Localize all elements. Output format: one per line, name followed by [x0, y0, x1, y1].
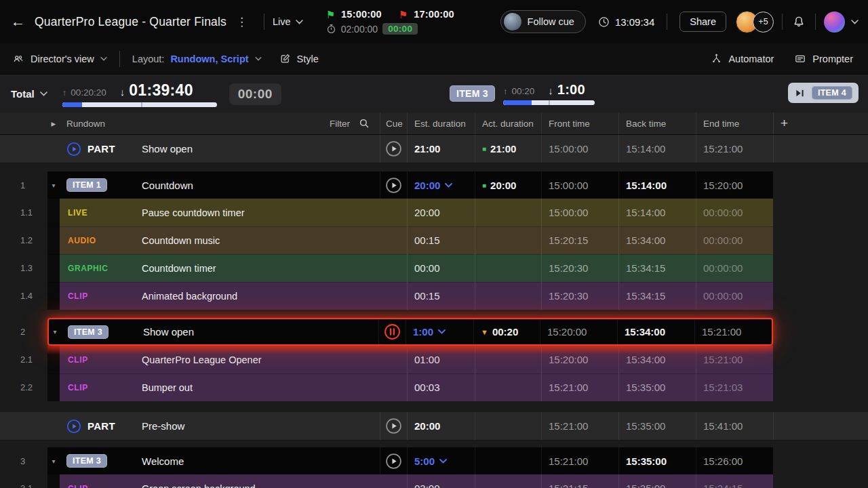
divider: [667, 14, 667, 30]
row-title[interactable]: Countdown timer: [136, 254, 380, 282]
expand-chevron-icon[interactable]: ▾: [49, 319, 61, 344]
row-title[interactable]: Countdown: [136, 171, 380, 199]
table-row-cue[interactable]: 1.3 GRAPHIC Countdown timer 00:00 15:20:…: [0, 254, 868, 282]
back-time-cell: 15:35:00: [618, 447, 696, 474]
next-item-badge: ITEM 4: [812, 86, 852, 100]
row-title[interactable]: Green screen background: [136, 474, 380, 488]
cue-type-tag: CLIP: [60, 346, 136, 373]
style-button[interactable]: Style: [279, 53, 319, 64]
part-play-icon[interactable]: [66, 419, 81, 434]
chevron-down-icon: [100, 57, 107, 61]
table-row-cue[interactable]: 1.1 LIVE Pause countdown timer 20:00 15:…: [0, 199, 868, 226]
item-badge: ITEM 3: [68, 325, 108, 339]
down-arrow-icon: ↓: [548, 85, 553, 96]
table-row-item-active[interactable]: 2 ▾ ITEM 3 Show open 1:00 ▼00:20 15:20:0…: [0, 318, 868, 346]
row-title[interactable]: Show open: [137, 319, 378, 344]
row-title[interactable]: Bumper out: [136, 373, 380, 401]
act-duration-cell: ▼00:20: [473, 319, 540, 344]
add-column-button[interactable]: +: [773, 113, 868, 134]
est-duration-dropdown[interactable]: 1:00: [406, 319, 473, 344]
search-icon[interactable]: [358, 117, 370, 129]
cue-play-button[interactable]: [385, 140, 402, 157]
live-mode-dropdown[interactable]: Live: [273, 16, 303, 27]
toolbar: Director's view Layout: Rundown, Script …: [0, 43, 868, 75]
table-row-part[interactable]: PART Show open 21:00 ■21:00 15:00:00 15:…: [0, 135, 868, 163]
prompter-button[interactable]: Prompter: [794, 53, 853, 65]
end-time-cell: 15:21:03: [696, 373, 773, 401]
row-title[interactable]: Countdown music: [136, 226, 380, 254]
overtime-badge: 00:00: [382, 23, 418, 35]
table-row-cue[interactable]: 1.2 AUDIO Countdown music 00:15 15:20:15…: [0, 226, 868, 254]
expand-chevron-icon[interactable]: ▾: [47, 447, 60, 474]
chevron-down-icon: [851, 20, 859, 24]
item-badge: ITEM 3: [66, 454, 107, 468]
table-row-part[interactable]: PART Pre-show 20:00 15:21:00 15:35:00 15…: [0, 412, 868, 441]
layout-label: Layout:: [132, 54, 165, 64]
page-title: QuarterPro League - Quarter Finals: [35, 15, 226, 29]
more-menu-icon[interactable]: ⋮: [236, 15, 248, 29]
back-time-cell: 15:14:00: [618, 199, 696, 226]
act-duration-cell: ■21:00: [475, 135, 541, 163]
row-title[interactable]: Pre-show: [136, 412, 380, 440]
table-row-item[interactable]: 1 ▾ ITEM 1 Countdown 20:00 ■20:00 15:00:…: [0, 171, 868, 199]
table-row-cue[interactable]: 2.2 CLIP Bumper out 00:03 15:21:00 15:35…: [0, 373, 868, 401]
layout-selector[interactable]: Layout: Rundown, Script: [132, 54, 262, 64]
row-title[interactable]: Pause countdown timer: [136, 199, 380, 226]
automator-label: Automator: [728, 54, 774, 64]
est-duration-dropdown[interactable]: 5:00: [407, 447, 475, 474]
current-item-badge[interactable]: ITEM 3: [450, 85, 495, 102]
current-time: 13:09:34: [615, 16, 654, 28]
automator-button[interactable]: Automator: [711, 53, 774, 64]
view-selector[interactable]: Director's view: [12, 53, 107, 65]
est-duration-cell: 20:00: [407, 412, 475, 440]
front-time-cell: 15:21:00: [541, 412, 618, 440]
notifications-button[interactable]: [791, 15, 807, 28]
account-menu[interactable]: [824, 12, 859, 33]
end-time-cell: 15:41:00: [696, 412, 773, 440]
collaborator-avatars[interactable]: +5: [736, 11, 774, 33]
act-duration-cell: [475, 447, 541, 474]
filter-control[interactable]: Filter: [136, 113, 380, 134]
table-row-item[interactable]: 3 ▾ ITEM 3 Welcome 5:00 15:21:00 15:35:0…: [0, 447, 868, 474]
table-row-cue[interactable]: 1.4 CLIP Animated background 00:15 15:20…: [0, 282, 868, 310]
item-remaining: 1:00: [557, 82, 585, 98]
act-duration-cell: [475, 412, 541, 440]
row-title[interactable]: Show open: [136, 135, 380, 163]
share-button[interactable]: Share: [679, 12, 726, 32]
table-row-cue[interactable]: 2.1 CLIP QuarterPro League Opener 01:00 …: [0, 346, 868, 373]
row-title[interactable]: Welcome: [136, 447, 380, 474]
expand-chevron-icon[interactable]: ▾: [47, 171, 60, 199]
est-duration-dropdown[interactable]: 20:00: [407, 171, 475, 199]
part-play-icon[interactable]: [66, 142, 81, 157]
cue-pause-button[interactable]: [384, 323, 401, 340]
skip-next-icon: [794, 87, 806, 99]
end-time-cell: 15:21:00: [696, 346, 773, 373]
collapse-all-icon[interactable]: ▸: [47, 113, 60, 134]
back-button[interactable]: ←: [11, 14, 25, 30]
table-header: ▸ Rundown Filter Cue Est. duration Act. …: [0, 113, 868, 135]
view-label: Director's view: [31, 54, 94, 64]
divider: [119, 51, 120, 67]
show-start-time: 15:00:00: [341, 9, 382, 20]
front-time-cell: 15:20:30: [541, 282, 618, 310]
act-duration-cell: ■20:00: [475, 171, 541, 199]
cue-play-button[interactable]: [385, 453, 402, 470]
show-times-block: ⚑ 15:00:00 ⚑ 17:00:00 02:00:00 00:00: [326, 9, 454, 35]
table-row-cue[interactable]: 3.1 CLIP Green screen background 03:00 1…: [0, 474, 868, 488]
divider: [815, 14, 816, 30]
item-badge: ITEM 1: [66, 178, 107, 192]
cue-play-button[interactable]: [385, 177, 402, 194]
row-title[interactable]: Animated background: [136, 282, 380, 310]
scope-selector[interactable]: Total: [11, 88, 47, 100]
col-header-back-time: Back time: [618, 113, 696, 134]
col-header-front-time: Front time: [541, 113, 618, 134]
row-title[interactable]: QuarterPro League Opener: [136, 346, 380, 373]
end-time-cell: 15:26:00: [696, 447, 773, 474]
est-duration-cell: 21:00: [407, 135, 475, 163]
follow-cue-button[interactable]: Follow cue: [500, 10, 586, 33]
est-duration-cell: 00:15: [407, 226, 475, 254]
next-item-button[interactable]: ITEM 4: [788, 83, 859, 103]
spacer: [0, 163, 868, 171]
cue-play-button[interactable]: [385, 418, 402, 434]
part-label: PART: [60, 135, 136, 163]
